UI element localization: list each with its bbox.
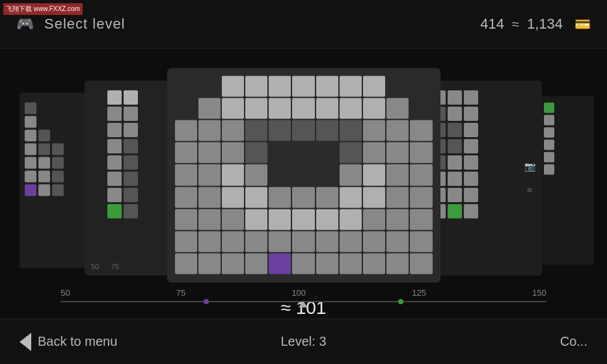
tl-label-125: 125 xyxy=(412,288,426,298)
footer-bar: Back to menu Level: 3 Co... xyxy=(0,318,607,364)
level-indicator: Level: 3 xyxy=(280,334,326,349)
wave-small-icon: ≈ xyxy=(522,183,537,197)
header-left: 🎮 Select level xyxy=(13,12,126,36)
continue-label: Co... xyxy=(560,334,587,348)
timeline-track[interactable] xyxy=(61,301,546,302)
header-right: 414 ≈ 1,134 💳 xyxy=(480,12,594,36)
tl-label-150: 150 xyxy=(532,288,546,298)
timeline-dot-green xyxy=(398,299,403,304)
tl-label-100: 100 xyxy=(291,288,306,298)
gamepad-icon: 🎮 xyxy=(13,12,36,36)
back-to-menu-button[interactable]: Back to menu xyxy=(20,333,117,351)
tl-label-50-1: 50 xyxy=(61,288,70,298)
camera-icon: 📷 xyxy=(522,159,537,174)
wallet-icon: 💳 xyxy=(571,12,594,36)
back-to-menu-label: Back to menu xyxy=(38,334,117,349)
timeline-position-marker xyxy=(299,301,308,307)
timeline-scrubber[interactable]: 50 75 100 125 150 xyxy=(0,286,607,315)
back-arrow-icon xyxy=(20,333,31,351)
timeline-labels: 50 75 100 125 150 xyxy=(61,288,546,298)
level-label: Level: 3 xyxy=(280,334,326,348)
card-icons: 📷 ≈ xyxy=(522,159,537,197)
left-card-number: 50 75 xyxy=(91,263,119,270)
header-bar: 🎮 Select level 414 ≈ 1,134 💳 xyxy=(0,0,607,49)
continue-button[interactable]: Co... xyxy=(560,334,587,349)
timeline-dot-purple xyxy=(204,299,209,304)
page-title: Select level xyxy=(44,16,126,32)
main-area: 50 75 xyxy=(0,49,607,318)
currency1-value: 414 xyxy=(480,16,504,32)
level-carousel: 50 75 xyxy=(0,49,607,318)
level-card-center[interactable]: ≈ 101 xyxy=(167,68,440,282)
wave-icon: ≈ xyxy=(512,17,519,32)
tl-label-75: 75 xyxy=(176,288,185,298)
currency2-value: 1,134 xyxy=(527,16,563,32)
